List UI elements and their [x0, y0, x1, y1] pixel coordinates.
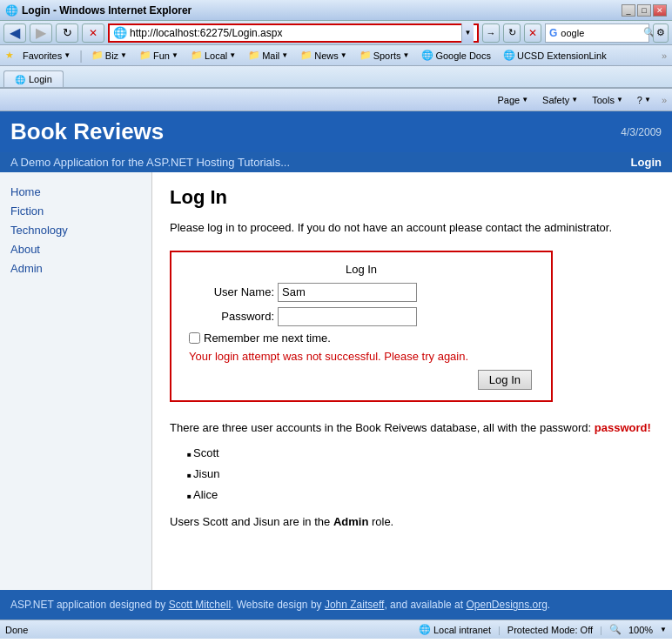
site-footer: ASP.NET application designed by Scott Mi…	[0, 590, 672, 620]
tools-label: Tools	[592, 95, 615, 105]
site-login-link[interactable]: Login	[631, 156, 662, 169]
tab-login[interactable]: 🌐 Login	[3, 70, 64, 87]
tools-menu[interactable]: Tools ▼	[588, 94, 627, 106]
site-title: Book Reviews	[10, 118, 164, 145]
page-menu[interactable]: Page ▼	[494, 94, 532, 106]
close-button[interactable]: ✕	[653, 4, 667, 17]
login-btn-row: Log In	[182, 370, 541, 390]
page-icon: 🌐	[421, 50, 433, 61]
address-dropdown[interactable]: ▼	[461, 23, 474, 43]
tools-dropdown[interactable]: ⚙	[653, 23, 669, 43]
safety-arrow: ▼	[571, 96, 578, 104]
site-tagline: A Demo Application for the ASP.NET Hosti…	[10, 156, 290, 169]
mail-arrow: ▼	[281, 51, 288, 59]
help-button[interactable]: ? ▼	[634, 94, 655, 106]
sidebar-item-admin[interactable]: Admin	[10, 259, 141, 278]
footer-author2[interactable]: John Zaitseff	[325, 599, 384, 611]
separator: |	[498, 625, 501, 635]
error-message: Your login attempt was not successful. P…	[182, 350, 541, 363]
zoom-arrow[interactable]: ▼	[660, 626, 667, 633]
safety-menu[interactable]: Safety ▼	[539, 94, 581, 106]
page-arrow: ▼	[521, 96, 528, 104]
sidebar-item-about[interactable]: About	[10, 240, 141, 259]
password-row: Password:	[182, 307, 541, 326]
tab-bar: 🌐 Login	[0, 66, 672, 89]
footer-site[interactable]: OpenDesigns.org	[466, 599, 547, 611]
sidebar-item-home[interactable]: Home	[10, 183, 141, 202]
zone-icon: 🌐	[419, 624, 431, 635]
login-box-title: Log In	[182, 263, 541, 276]
address-bar-row: ◀ ▶ ↻ ✕ 🌐 http://localhost:62275/Login.a…	[0, 21, 672, 45]
remember-checkbox[interactable]	[189, 332, 200, 344]
stop-page-button[interactable]: ✕	[524, 23, 541, 43]
fav-ucsd[interactable]: 🌐 UCSD ExtensionLink	[500, 49, 610, 62]
password-label: Password:	[182, 310, 278, 323]
info-text: There are three user accounts in the Boo…	[170, 419, 655, 438]
favorites-star: ★	[5, 50, 14, 61]
favorites-dropdown-icon: ▼	[64, 51, 71, 59]
folder-icon: 📁	[300, 50, 312, 61]
search-box: G oogle 🔍	[545, 23, 649, 43]
page-icon: 🌐	[503, 50, 515, 61]
fav-google-docs[interactable]: 🌐 Google Docs	[418, 49, 494, 62]
news-arrow: ▼	[340, 51, 347, 59]
favorites-bar: ★ Favorites ▼ | 📁 Biz ▼ 📁 Fun ▼ 📁 Local …	[0, 45, 672, 66]
status-left: Done	[5, 625, 28, 635]
address-text[interactable]: http://localhost:62275/Login.aspx	[130, 27, 461, 39]
user-list: Scott Jisun Alice	[187, 444, 655, 506]
minimize-button[interactable]: _	[622, 4, 635, 17]
more-favorites[interactable]: »	[662, 50, 667, 61]
content-area: Home Fiction Technology About Admin Log …	[0, 172, 672, 590]
sports-arrow: ▼	[402, 51, 409, 59]
separator: |	[600, 625, 602, 635]
sidebar-item-fiction[interactable]: Fiction	[10, 202, 141, 221]
status-zone: 🌐 Local intranet	[419, 624, 491, 635]
sidebar-item-technology[interactable]: Technology	[10, 221, 141, 240]
biz-arrow: ▼	[120, 51, 127, 59]
fav-news[interactable]: 📁 News ▼	[297, 49, 350, 62]
address-box: 🌐 http://localhost:62275/Login.aspx ▼	[108, 23, 479, 43]
help-label: ?	[637, 95, 642, 105]
status-right: 🌐 Local intranet | Protected Mode: Off |…	[419, 624, 667, 635]
remember-label: Remember me next time.	[204, 332, 331, 345]
folder-icon: 📁	[91, 50, 104, 61]
list-item: Scott	[187, 444, 655, 465]
fav-sports[interactable]: 📁 Sports ▼	[356, 49, 413, 62]
go-button[interactable]: →	[482, 23, 500, 43]
login-button[interactable]: Log In	[478, 370, 532, 390]
folder-icon: 📁	[360, 50, 372, 61]
toolbar-more: »	[662, 95, 667, 105]
refresh-button[interactable]: ↻	[56, 23, 78, 43]
refresh-page-button[interactable]: ↻	[503, 23, 521, 43]
site-nav-bar: A Demo Application for the ASP.NET Hosti…	[0, 152, 672, 172]
back-button[interactable]: ◀	[3, 23, 26, 43]
fav-local[interactable]: 📁 Local ▼	[187, 49, 239, 62]
browser-icon: 🌐	[5, 4, 18, 17]
password-input[interactable]	[278, 307, 417, 326]
stop-button[interactable]: ✕	[82, 23, 104, 43]
page-label: Page	[497, 95, 520, 105]
title-bar: 🌐 Login - Windows Internet Explorer _ □ …	[0, 0, 672, 21]
footer-author1[interactable]: Scott Mitchell	[169, 599, 231, 611]
fav-biz[interactable]: 📁 Biz ▼	[88, 49, 131, 62]
page-wrapper: Book Reviews 4/3/2009 A Demo Application…	[0, 111, 672, 620]
toolbar-row: Page ▼ Safety ▼ Tools ▼ ? ▼ »	[0, 89, 672, 111]
status-done: Done	[5, 625, 28, 635]
zone-label: Local intranet	[433, 625, 491, 635]
username-input[interactable]	[278, 283, 417, 302]
protected-mode: Protected Mode: Off	[507, 625, 593, 635]
admin-text: Users Scott and Jisun are in the Admin r…	[170, 515, 655, 528]
admin-role: Admin	[333, 515, 368, 528]
search-input[interactable]	[588, 27, 640, 39]
search-engine-label: oogle	[561, 28, 584, 38]
username-row: User Name:	[182, 283, 541, 302]
password-hint: password!	[595, 421, 651, 434]
zoom-level: 100%	[628, 625, 653, 635]
login-box: Log In User Name: Password: Remember me …	[170, 251, 553, 402]
forward-button[interactable]: ▶	[30, 23, 52, 43]
remember-row: Remember me next time.	[182, 332, 541, 345]
favorites-label[interactable]: Favorites ▼	[19, 50, 74, 62]
fav-mail[interactable]: 📁 Mail ▼	[245, 49, 292, 62]
fav-fun[interactable]: 📁 Fun ▼	[136, 49, 182, 62]
restore-button[interactable]: □	[637, 4, 651, 17]
